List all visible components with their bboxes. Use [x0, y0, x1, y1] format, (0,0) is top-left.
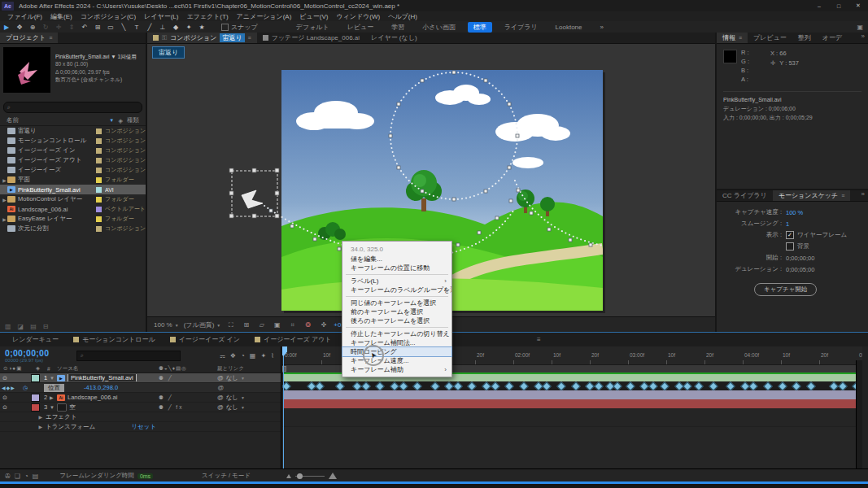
tab-footage[interactable]: フッテージ Landscape_006.ai: [257, 33, 365, 43]
label-color-chip[interactable]: [96, 197, 102, 203]
panel-menu-icon[interactable]: ≡: [739, 35, 742, 41]
tab-align[interactable]: 整列: [792, 33, 817, 43]
butterfly-wireframe[interactable]: [242, 190, 263, 208]
project-column-headers[interactable]: 名前 ▼ ◈ 種類: [0, 115, 146, 126]
mask-visibility-icon[interactable]: ▣: [272, 321, 282, 329]
context-menu-item[interactable]: 停止したキーフレームの切り替え: [342, 329, 451, 338]
menu-item[interactable]: 編集(E): [46, 12, 76, 21]
clone-stamp-tool-icon[interactable]: ⊥: [156, 24, 169, 31]
position-keyframe-icon[interactable]: [571, 381, 580, 390]
timeline-tab[interactable]: モーションコントロール: [66, 335, 163, 344]
zoom-tool-icon[interactable]: ⊕: [26, 24, 39, 31]
pickwhip-icon[interactable]: @: [217, 403, 224, 411]
parent-dropdown[interactable]: なし: [226, 374, 238, 382]
pickwhip-icon[interactable]: @: [217, 394, 224, 401]
puppet-pin-tool-icon[interactable]: ★: [195, 24, 208, 31]
switches-modes-button[interactable]: スイッチ / モード: [202, 472, 251, 480]
keyframe-navigator[interactable]: ◀◆▶: [0, 385, 23, 390]
wireframe-checkbox[interactable]: ✓: [786, 231, 794, 239]
layers-icon[interactable]: ❏: [15, 473, 20, 480]
position-keyframe-icon[interactable]: [335, 381, 344, 390]
flow-icon[interactable]: ▤: [33, 473, 39, 480]
timeline-tab[interactable]: イージーイーズ アウト: [247, 335, 339, 344]
position-keyframe-icon[interactable]: [585, 381, 594, 390]
tab-info[interactable]: 情報≡: [717, 33, 748, 43]
label-color-chip[interactable]: [96, 158, 102, 163]
draft-3d-icon[interactable]: ❖: [230, 352, 236, 359]
zoom-out-icon[interactable]: [286, 474, 291, 478]
pan-behind-tool-icon[interactable]: ⊞: [91, 24, 104, 31]
position-keyframe-icon[interactable]: [778, 381, 787, 390]
channel-icon[interactable]: ❂: [303, 321, 313, 329]
tab-motion-sketch[interactable]: モーションスケッチ≡: [773, 190, 851, 201]
workspace-tab[interactable]: ライブラリ: [495, 23, 547, 32]
zoom-in-icon[interactable]: [329, 473, 337, 479]
graph-editor-icon[interactable]: ⌇: [271, 352, 274, 359]
interpret-footage-icon[interactable]: ▥: [5, 323, 11, 330]
label-color-chip[interactable]: [96, 148, 102, 154]
position-keyframe-icon[interactable]: [412, 381, 421, 390]
position-keyframe-icon[interactable]: [829, 381, 838, 390]
position-keyframe-icon[interactable]: [748, 381, 757, 390]
position-keyframe-icon[interactable]: [613, 381, 622, 390]
property-value[interactable]: -413.0,298.0: [84, 384, 118, 391]
label-color-chip[interactable]: [96, 177, 102, 183]
eraser-tool-icon[interactable]: ◆: [169, 24, 182, 31]
expand-arrow-icon[interactable]: ▶: [50, 394, 57, 400]
project-item-row[interactable]: AiLandscape_006.aiベクトルアート: [0, 204, 146, 214]
snap-checkbox[interactable]: [221, 24, 229, 31]
workspace-tab[interactable]: »: [591, 24, 612, 31]
workspace-tab[interactable]: 小さい画面: [413, 23, 464, 32]
pickwhip-icon[interactable]: @: [217, 374, 224, 381]
project-item-row[interactable]: イージーイーズ インコンポジション: [0, 146, 146, 155]
position-keyframe-icon[interactable]: [315, 381, 324, 390]
project-item-row[interactable]: ▶PinkButterfly_Small.aviAVI: [0, 185, 146, 194]
workspace-tab[interactable]: デフォルト: [287, 23, 338, 32]
expand-arrow-icon[interactable]: ▼: [50, 376, 57, 381]
layer-row-pinkbutterfly[interactable]: ⊙ 1 ▼ ▶ PinkButterfly_Small.avi ⚉ ╱ @なし▼: [0, 373, 281, 383]
background-checkbox[interactable]: [786, 242, 794, 251]
position-keyframe-icon[interactable]: [375, 381, 384, 390]
project-item-row[interactable]: イージーイーズ アウトコンポジション: [0, 155, 146, 165]
layer-row-sky-solid[interactable]: ⊙ 3 ▼ 空 ⚉ ╱ fx @なし▼: [0, 403, 281, 412]
context-menu-item[interactable]: キーフレームの位置に移動: [342, 264, 451, 272]
stopwatch-icon[interactable]: ◷: [23, 385, 33, 391]
brush-tool-icon[interactable]: ╱: [143, 24, 156, 31]
position-keyframe-icon[interactable]: [352, 381, 361, 390]
start-value[interactable]: 0;00;00;00: [786, 255, 814, 262]
hide-shy-layers-icon[interactable]: ◔: [241, 352, 245, 359]
pan-camera-tool-icon[interactable]: ✛: [52, 24, 65, 31]
parent-dropdown[interactable]: なし: [226, 403, 238, 412]
eye-icon[interactable]: ⊙: [0, 394, 10, 401]
mask-shape-tool-icon[interactable]: ▭: [104, 24, 117, 31]
tab-composition[interactable]: ⚿ コンポジション 宙返り ≡: [147, 33, 257, 43]
project-item-name[interactable]: イージーイーズ: [18, 166, 93, 174]
rotation-tool-icon[interactable]: ↶: [78, 24, 91, 31]
orbit-camera-tool-icon[interactable]: ↻: [39, 24, 52, 31]
position-keyframe-icon[interactable]: [639, 381, 648, 390]
label-column-icon[interactable]: ◈: [118, 117, 123, 124]
context-menu-item[interactable]: キーフレーム補間法...: [342, 338, 451, 347]
menu-item[interactable]: コンポジション(C): [76, 12, 140, 21]
layer-color-chip[interactable]: [31, 374, 40, 382]
effects-group-row[interactable]: ▶エフェクト: [0, 412, 281, 422]
position-keyframe-icon[interactable]: [709, 381, 718, 390]
panel-menu-icon[interactable]: ≡: [49, 35, 52, 41]
panel-menu-icon[interactable]: ≡: [537, 336, 541, 343]
project-item-name[interactable]: イージーイーズ イン: [18, 146, 93, 155]
playhead[interactable]: [283, 346, 284, 468]
context-menu-item[interactable]: キーフレーム補助›: [342, 365, 451, 374]
timeline-zoom-slider[interactable]: [286, 473, 337, 479]
menu-item[interactable]: ファイル(F): [3, 12, 46, 21]
pen-tool-icon[interactable]: ╲: [117, 24, 130, 31]
type-tool-icon[interactable]: T: [130, 24, 143, 31]
position-keyframe-icon[interactable]: [453, 381, 462, 390]
project-item-row[interactable]: イージーイーズコンポジション: [0, 165, 146, 175]
position-keyframe-icon[interactable]: [390, 381, 399, 390]
layer-name[interactable]: PinkButterfly_Small.avi: [68, 374, 137, 381]
grid-guides-icon[interactable]: ⊞: [241, 321, 251, 329]
project-item-name[interactable]: PinkButterfly_Small.avi: [18, 186, 93, 194]
transform-group-row[interactable]: ▶トランスフォーム リセット: [0, 422, 281, 432]
label-color-chip[interactable]: [96, 129, 102, 134]
resolution-dropdown[interactable]: (フル画質)▼: [184, 320, 221, 329]
